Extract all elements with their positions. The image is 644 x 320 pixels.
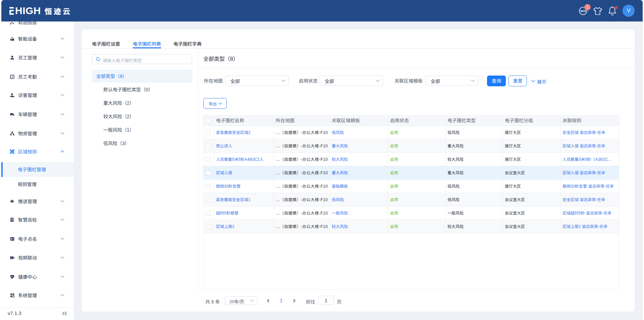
svg-text:SOS: SOS xyxy=(580,9,586,13)
